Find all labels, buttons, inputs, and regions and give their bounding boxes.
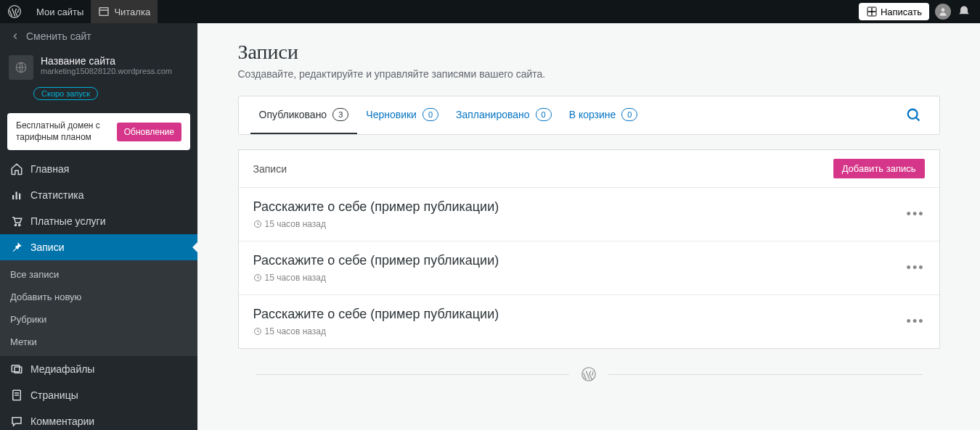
topbar-right: Написать bbox=[859, 0, 980, 23]
notifications[interactable] bbox=[957, 4, 971, 19]
sidebar-item-comments[interactable]: Комментарии bbox=[0, 408, 197, 430]
tab-count: 0 bbox=[536, 108, 552, 121]
sidebar-item-label: Комментарии bbox=[30, 415, 94, 427]
more-button[interactable]: ••• bbox=[907, 207, 925, 222]
wordpress-icon bbox=[581, 366, 597, 382]
svg-rect-6 bbox=[12, 195, 14, 199]
clock-icon bbox=[253, 327, 262, 336]
post-time: 15 часов назад bbox=[265, 219, 326, 229]
change-site-label: Сменить сайт bbox=[26, 30, 91, 42]
sidebar-item-paid[interactable]: Платные услуги bbox=[0, 208, 197, 234]
post-row[interactable]: Расскажите о себе (пример публикации) 15… bbox=[239, 241, 939, 295]
tab-label: Черновики bbox=[366, 109, 417, 120]
list-header: Записи Добавить запись bbox=[239, 150, 939, 188]
wordpress-icon bbox=[7, 4, 22, 19]
tab-label: Опубликовано bbox=[259, 109, 327, 120]
site-block[interactable]: Название сайта marketing150828120.wordpr… bbox=[0, 49, 197, 83]
sidebar-item-pages[interactable]: Страницы bbox=[0, 382, 197, 408]
main: Записи Создавайте, редактируйте и управл… bbox=[197, 23, 980, 430]
site-name: Название сайта bbox=[41, 55, 172, 67]
sidebar-item-label: Записи bbox=[30, 241, 64, 253]
more-button[interactable]: ••• bbox=[907, 314, 925, 329]
sidebar-item-stats[interactable]: Статистика bbox=[0, 182, 197, 208]
post-row[interactable]: Расскажите о себе (пример публикации) 15… bbox=[239, 188, 939, 241]
bell-icon bbox=[957, 4, 971, 19]
tab-scheduled[interactable]: Запланировано 0 bbox=[447, 96, 560, 134]
tab-published[interactable]: Опубликовано 3 bbox=[250, 96, 358, 134]
promo-upgrade-button[interactable]: Обновление bbox=[117, 123, 181, 141]
globe-icon bbox=[15, 61, 28, 74]
reader-link[interactable]: Читалка bbox=[91, 0, 158, 23]
tab-count: 0 bbox=[422, 108, 438, 121]
topbar-left: Мои сайты Читалка bbox=[0, 0, 158, 23]
page-desc: Создавайте, редактируйте и управляйте за… bbox=[238, 68, 940, 80]
post-meta: 15 часов назад bbox=[253, 326, 499, 336]
reader-icon bbox=[98, 6, 110, 17]
avatar[interactable] bbox=[935, 4, 951, 20]
sidebar-item-label: Страницы bbox=[30, 389, 78, 401]
footer-logo bbox=[238, 349, 940, 400]
write-button[interactable]: Написать bbox=[859, 3, 929, 20]
mysites-label: Мои сайты bbox=[36, 7, 83, 17]
pages-icon bbox=[10, 389, 23, 402]
svg-point-9 bbox=[15, 224, 16, 226]
search-button[interactable] bbox=[900, 102, 928, 129]
site-avatar bbox=[9, 55, 33, 80]
site-info: Название сайта marketing150828120.wordpr… bbox=[41, 55, 172, 80]
sidebar-sub-all-posts[interactable]: Все записи bbox=[0, 260, 197, 286]
tabs-card: Опубликовано 3 Черновики 0 Запланировано… bbox=[238, 96, 940, 135]
svg-point-16 bbox=[907, 109, 917, 119]
mysites-link[interactable]: Мои сайты bbox=[29, 0, 91, 23]
site-url: marketing150828120.wordpress.com bbox=[41, 67, 172, 75]
pin-icon bbox=[10, 241, 23, 254]
more-button[interactable]: ••• bbox=[907, 260, 925, 276]
home-icon bbox=[10, 162, 23, 175]
reader-label: Читалка bbox=[114, 7, 150, 17]
post-meta: 15 часов назад bbox=[253, 273, 499, 283]
clock-icon bbox=[253, 273, 262, 282]
svg-rect-11 bbox=[12, 365, 20, 372]
sidebar-item-media[interactable]: Медиафайлы bbox=[0, 356, 197, 382]
chevron-left-icon bbox=[10, 31, 20, 41]
page-title: Записи bbox=[238, 41, 940, 64]
stats-icon bbox=[10, 189, 23, 202]
sidebar-sub-rubrics[interactable]: Рубрики bbox=[0, 308, 197, 331]
topbar: Мои сайты Читалка Написать bbox=[0, 0, 980, 23]
sidebar-item-label: Платные услуги bbox=[30, 215, 106, 227]
clock-icon bbox=[253, 220, 262, 228]
sidebar-item-posts[interactable]: Записи bbox=[0, 234, 197, 260]
post-row[interactable]: Расскажите о себе (пример публикации) 15… bbox=[239, 295, 939, 348]
add-post-button[interactable]: Добавить запись bbox=[833, 159, 925, 178]
comments-icon bbox=[10, 415, 23, 428]
write-icon bbox=[866, 6, 878, 17]
write-label: Написать bbox=[881, 7, 922, 17]
media-icon bbox=[10, 363, 23, 376]
tab-trash[interactable]: В корзине 0 bbox=[560, 96, 647, 134]
tab-label: Запланировано bbox=[456, 109, 530, 120]
post-time: 15 часов назад bbox=[265, 273, 326, 283]
launch-badge[interactable]: Скоро запуск bbox=[33, 87, 98, 100]
wp-logo[interactable] bbox=[0, 0, 29, 23]
tab-drafts[interactable]: Черновики 0 bbox=[357, 96, 447, 134]
svg-line-17 bbox=[915, 117, 919, 121]
search-icon bbox=[906, 107, 922, 123]
post-title: Расскажите о себе (пример публикации) bbox=[253, 253, 499, 268]
svg-rect-1 bbox=[99, 8, 108, 16]
sidebar-item-label: Статистика bbox=[30, 189, 84, 201]
sidebar: Сменить сайт Название сайта marketing150… bbox=[0, 23, 197, 430]
tab-label: В корзине bbox=[569, 109, 616, 120]
post-meta: 15 часов назад bbox=[253, 219, 499, 229]
cart-icon bbox=[10, 215, 23, 228]
svg-point-10 bbox=[19, 224, 20, 226]
sidebar-item-home[interactable]: Главная bbox=[0, 156, 197, 182]
promo-text: Бесплатный домен с тарифным планом bbox=[16, 120, 110, 143]
posts-list: Записи Добавить запись Расскажите о себе… bbox=[238, 149, 940, 349]
svg-point-4 bbox=[942, 8, 945, 12]
list-header-title: Записи bbox=[253, 163, 287, 175]
sidebar-sub-add-new[interactable]: Добавить новую bbox=[0, 286, 197, 308]
post-time: 15 часов назад bbox=[265, 326, 326, 336]
post-title: Расскажите о себе (пример публикации) bbox=[253, 307, 499, 322]
sidebar-sub-tags[interactable]: Метки bbox=[0, 331, 197, 356]
tab-count: 0 bbox=[621, 108, 637, 121]
change-site[interactable]: Сменить сайт bbox=[0, 23, 197, 49]
